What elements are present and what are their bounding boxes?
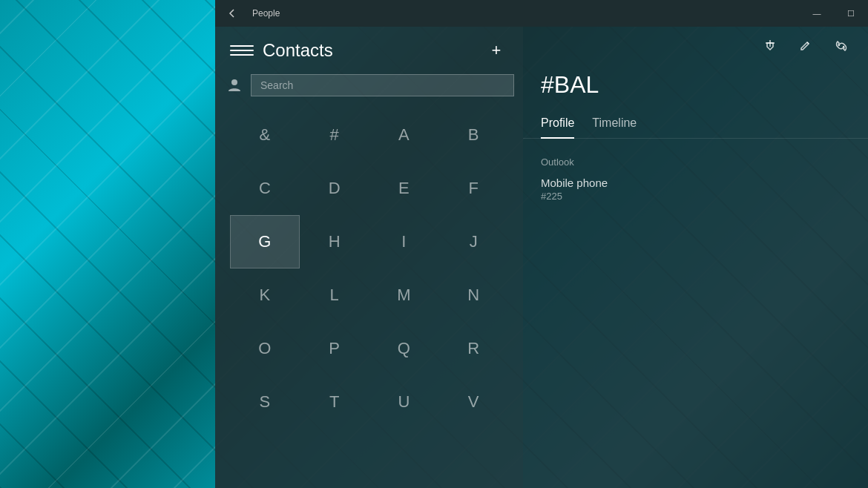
tab-profile[interactable]: Profile — [541, 111, 574, 139]
alpha-cell-n[interactable]: N — [438, 268, 508, 322]
alpha-cell-v[interactable]: V — [438, 375, 508, 429]
back-button[interactable] — [215, 0, 249, 27]
svg-line-3 — [807, 42, 809, 44]
alpha-cell-u[interactable]: U — [369, 375, 439, 429]
tabs: Profile Timeline — [523, 111, 868, 139]
minimize-button[interactable]: — — [800, 0, 834, 27]
alpha-cell-e[interactable]: E — [369, 162, 439, 215]
alpha-cell-c[interactable]: C — [230, 162, 300, 215]
contact-details: Outlook Mobile phone #225 — [523, 151, 868, 208]
alpha-cell-#[interactable]: # — [300, 108, 369, 162]
add-contact-button[interactable]: + — [484, 39, 508, 62]
alpha-cell-r[interactable]: R — [438, 322, 508, 375]
alpha-cell-k[interactable]: K — [230, 268, 300, 322]
person-icon — [224, 75, 245, 96]
phone-value: #225 — [541, 191, 850, 202]
alphabet-grid: &#ABCDEFGHIJKLMNOPQRSTUV — [215, 102, 523, 488]
alpha-cell-o[interactable]: O — [230, 322, 300, 375]
hamburger-button[interactable] — [230, 39, 254, 62]
contact-name: #BAL — [523, 65, 868, 111]
titlebar: People — ☐ — [215, 0, 868, 27]
alpha-cell-q[interactable]: Q — [369, 322, 439, 375]
alpha-cell-s[interactable]: S — [230, 375, 300, 429]
pin-button[interactable] — [755, 33, 785, 59]
contact-source: Outlook — [541, 156, 850, 168]
alpha-cell-a[interactable]: A — [369, 108, 439, 162]
search-row — [215, 71, 523, 102]
link-button[interactable] — [826, 33, 856, 59]
svg-point-0 — [231, 79, 237, 85]
tab-timeline[interactable]: Timeline — [592, 111, 637, 139]
alpha-cell-&[interactable]: & — [230, 108, 300, 162]
alpha-cell-m[interactable]: M — [369, 268, 439, 322]
alpha-cell-d[interactable]: D — [300, 162, 369, 215]
right-panel: #BAL Profile Timeline Outlook Mobile pho… — [523, 27, 868, 488]
hamburger-line — [230, 45, 254, 47]
hamburger-line — [230, 50, 254, 51]
contacts-header: Contacts + — [215, 27, 523, 71]
edit-button[interactable] — [791, 33, 821, 59]
contacts-title: Contacts — [263, 40, 484, 61]
alpha-cell-p[interactable]: P — [300, 322, 369, 375]
alpha-cell-j[interactable]: J — [438, 215, 508, 268]
alpha-cell-f[interactable]: F — [438, 162, 508, 215]
app-title: People — [249, 8, 800, 19]
alpha-cell-t[interactable]: T — [300, 375, 369, 429]
alpha-cell-g[interactable]: G — [230, 215, 300, 268]
alpha-cell-l[interactable]: L — [300, 268, 369, 322]
hamburger-line — [230, 54, 254, 56]
left-panel: Contacts + &#ABCDEFGHIJKLMNOPQRSTUV — [215, 27, 523, 488]
search-input[interactable] — [251, 74, 514, 96]
alpha-cell-h[interactable]: H — [300, 215, 369, 268]
maximize-button[interactable]: ☐ — [834, 0, 868, 27]
right-toolbar — [523, 27, 868, 65]
phone-label: Mobile phone — [541, 177, 850, 189]
alpha-cell-b[interactable]: B — [438, 108, 508, 162]
alpha-cell-i[interactable]: I — [369, 215, 439, 268]
window-controls: — ☐ — [800, 0, 868, 27]
